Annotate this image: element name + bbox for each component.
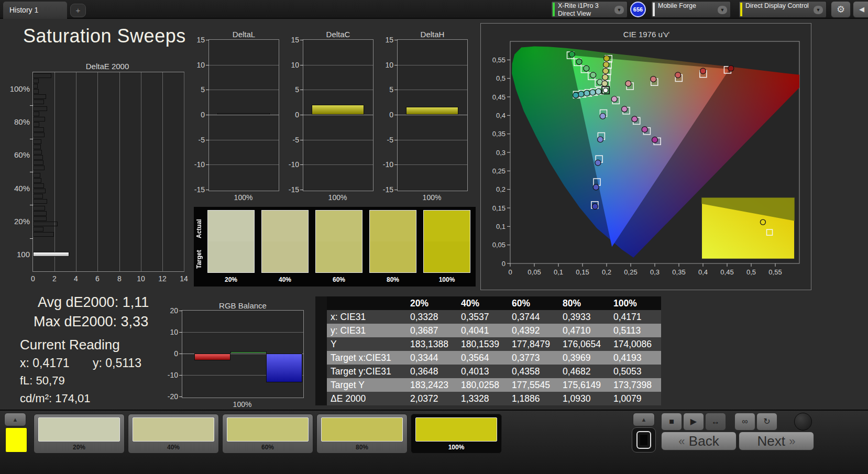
table-cell: 0,4682 <box>559 365 610 378</box>
deltae-bar-100%-green <box>33 79 39 83</box>
measured-red-3 <box>675 72 681 78</box>
deltae-bar-20%-yellow <box>33 232 54 237</box>
grid-line <box>303 90 373 90</box>
target-swatch-60% <box>315 241 362 273</box>
table-row-gutter <box>315 392 327 405</box>
deltae-bar-100%-magenta <box>33 94 46 99</box>
deltae-bar-100%-blue <box>33 84 38 89</box>
scroll-up-button-right[interactable]: ▲ <box>633 413 655 426</box>
target-row-label: Target <box>195 245 203 274</box>
y-tick-label: 15 <box>379 36 393 44</box>
table-cell: 2,0372 <box>406 392 457 405</box>
cie-y-tick: 0,15 <box>492 204 506 212</box>
swatch-label: 40% <box>261 276 309 283</box>
meter-count-badge[interactable]: 656 <box>630 2 646 17</box>
x-axis-label: 100% <box>398 193 466 202</box>
table-row-gutter <box>315 337 327 351</box>
actual-swatch-40% <box>261 210 309 241</box>
display-control-dropdown[interactable]: Direct Display Control ▼ <box>739 1 827 18</box>
swatch-label: 80% <box>369 276 416 283</box>
axis-tick-mark <box>394 190 398 190</box>
axis-tick-mark <box>394 115 398 115</box>
table-cell: ΔE 2000 <box>327 392 406 405</box>
tab-history-1[interactable]: History 1 <box>3 2 67 19</box>
cie-x-tick: 0,25 <box>624 268 637 276</box>
table-header-cell: 100% <box>610 296 661 310</box>
top-bar: History 1 + X-Rite i1Pro 3Direct View ▼ … <box>0 0 868 19</box>
patch-swatch-60%[interactable]: 60% <box>222 414 313 454</box>
table-cell: Target x:CIE31 <box>327 351 406 365</box>
measured-green-5 <box>569 51 575 57</box>
table-cell: 180,0258 <box>457 378 508 392</box>
step-mode-button[interactable]: ↔ <box>705 413 726 431</box>
deltae-bar-20%-blue <box>33 216 47 221</box>
measured-blue-2 <box>598 137 603 142</box>
axis-tick-mark <box>300 140 303 140</box>
y-tick-label: 10 <box>284 61 299 69</box>
grid-line <box>303 164 373 165</box>
deltae-bar-80%-cyan <box>33 122 39 127</box>
add-tab-button[interactable]: + <box>70 4 86 17</box>
value-bar-deltaC <box>312 105 364 115</box>
patch-swatch-100%[interactable]: 100% <box>411 414 502 454</box>
current-patch-swatch[interactable] <box>5 427 27 453</box>
pattern-window-button[interactable] <box>632 427 656 453</box>
settings-button[interactable]: ⚙ <box>831 1 851 18</box>
cie-x-tick: 0,3 <box>650 268 660 276</box>
back-button[interactable]: « Back <box>661 432 737 450</box>
cie-x-tick: 0,15 <box>576 268 589 276</box>
continuous-mode-button[interactable]: ∞ <box>734 413 755 431</box>
measured-blue-4 <box>593 184 599 190</box>
scroll-up-button[interactable]: ▲ <box>4 413 26 426</box>
table-row-gutter <box>315 378 327 392</box>
grid-line <box>184 72 184 271</box>
chevron-down-icon: ▼ <box>814 6 823 14</box>
deltac-chart-title: DeltaC <box>303 30 373 39</box>
current-fl-value: fL: 50,79 <box>20 374 65 388</box>
patch-swatch-80%[interactable]: 80% <box>316 414 408 454</box>
patch-swatch-20%[interactable]: 20% <box>34 414 125 454</box>
axis-tick-mark <box>206 164 209 165</box>
table-cell: 0,4041 <box>457 324 508 337</box>
table-row: Y183,1388180,1539177,8479176,0654174,008… <box>315 337 661 351</box>
refresh-button[interactable]: ↻ <box>756 413 777 431</box>
deltae-bar-40%-red <box>33 173 40 178</box>
cie-x-tick: 0,35 <box>672 268 685 276</box>
deltae-bar-20%-cyan <box>33 222 58 226</box>
cie-diagram: 00,050,10,150,20,250,30,350,40,450,50,55… <box>489 38 813 289</box>
axis-tick-mark <box>179 332 182 333</box>
x-axis-label: 100% <box>182 400 302 409</box>
y-tick-label: -10 <box>190 160 205 169</box>
meter-dropdown[interactable]: X-Rite i1Pro 3Direct View ▼ <box>551 1 628 18</box>
collapse-panel-button[interactable]: ◀ <box>853 1 868 18</box>
source-label: Mobile Forge <box>658 2 696 10</box>
stop-button[interactable]: ■ <box>661 413 682 431</box>
cie-x-tick: 0,1 <box>554 268 563 276</box>
grid-line <box>398 164 467 165</box>
y-tick-label: 10 <box>163 328 178 336</box>
cie-y-tick: 0,25 <box>492 167 506 175</box>
meter-label: X-Rite i1Pro 3Direct View <box>558 2 599 18</box>
table-cell: 0,4171 <box>610 310 661 324</box>
patch-color <box>38 417 120 442</box>
chevron-down-icon: ▼ <box>614 6 624 14</box>
grid-line <box>209 140 279 140</box>
deltae-bar-60%-magenta <box>33 160 43 165</box>
y-tick-label: -10 <box>284 160 299 169</box>
x-tick-label: 2 <box>49 274 60 283</box>
y-tick-label: -5 <box>284 136 299 144</box>
cie-chart-title: CIE 1976 u'v' <box>481 30 812 39</box>
x-tick-label: 14 <box>179 274 189 283</box>
cie-y-tick: 0,2 <box>496 185 506 193</box>
play-button[interactable]: ▶ <box>683 413 704 431</box>
patch-swatch-40%[interactable]: 40% <box>128 414 219 454</box>
patch-label: 80% <box>317 444 407 451</box>
grid-line <box>209 90 279 90</box>
cie-x-tick: 0 <box>508 268 512 276</box>
table-cell: 0,5113 <box>610 324 661 337</box>
source-dropdown[interactable]: Mobile Forge ▼ <box>651 1 731 18</box>
swatch-label: 20% <box>207 276 255 283</box>
axis-tick-mark <box>394 65 398 65</box>
deltah-chart-title: DeltaH <box>397 30 468 39</box>
next-button[interactable]: Next » <box>739 432 814 450</box>
